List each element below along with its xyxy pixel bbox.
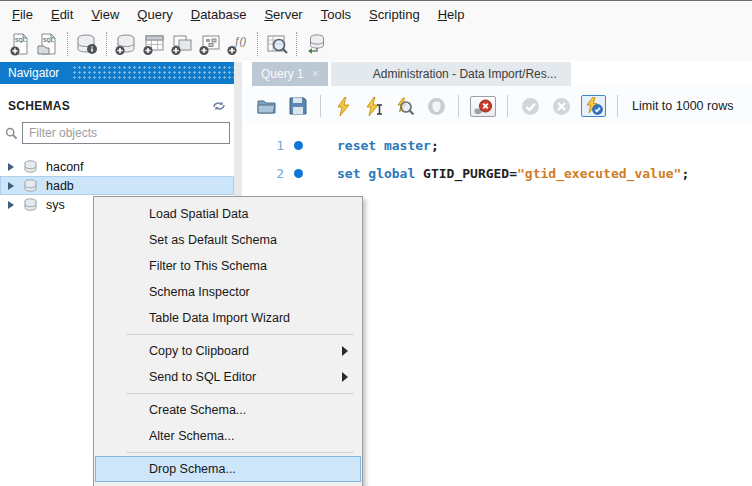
explain-plan-icon[interactable]	[394, 96, 416, 116]
menu-item-copy-to-clipboard[interactable]: Copy to Clipboard	[95, 338, 361, 364]
menu-scripting[interactable]: Scripting	[360, 3, 429, 26]
open-script-icon[interactable]	[256, 96, 278, 116]
schemas-title: SCHEMAS	[8, 99, 212, 113]
database-icon	[23, 179, 38, 192]
toolbar-separator	[106, 32, 107, 56]
search-table-data-icon[interactable]	[263, 31, 291, 57]
schema-item-hadb[interactable]: hadb	[0, 176, 234, 195]
schema-name: hadb	[46, 179, 74, 193]
sql-statement: reset master;	[337, 138, 439, 153]
svg-text:ƒ(): ƒ()	[234, 36, 246, 47]
search-icon	[5, 127, 18, 140]
autocommit-toggle[interactable]	[581, 95, 606, 117]
new-sql-tab-icon[interactable]: SQL	[6, 31, 34, 57]
save-script-icon[interactable]	[287, 96, 309, 116]
navigator-header[interactable]: Navigator	[0, 62, 234, 84]
create-new-schema-icon[interactable]	[112, 31, 140, 57]
editor-toolbar: Limit to 1000 rows	[242, 86, 752, 126]
svg-text:SQL: SQL	[15, 37, 27, 43]
database-icon	[23, 160, 38, 173]
tab-administration[interactable]: Administration - Data Import/Res...	[331, 62, 571, 86]
create-new-view-icon[interactable]	[168, 31, 196, 57]
menu-item-set-as-default-schema[interactable]: Set as Default Schema	[95, 227, 361, 253]
menu-database[interactable]: Database	[182, 3, 256, 26]
code-line-1: 1 reset master;	[242, 131, 752, 159]
svg-text:SQL: SQL	[43, 37, 55, 43]
execute-current-statement-icon[interactable]	[363, 96, 385, 116]
menu-bar: File Edit View Query Database Server Too…	[0, 0, 752, 27]
menu-query[interactable]: Query	[128, 3, 181, 26]
reconnect-database-icon[interactable]	[302, 31, 330, 57]
code-line-2: 2 set global GTID_PURGED="gtid_executed_…	[242, 159, 752, 187]
tab-query-1[interactable]: Query 1 ×	[252, 62, 328, 86]
refresh-schemas-icon[interactable]	[212, 100, 226, 112]
schema-name: haconf	[46, 160, 84, 174]
submenu-arrow-icon	[342, 346, 348, 356]
close-icon[interactable]: ×	[312, 67, 319, 81]
schema-context-menu: Load Spatial Data Set as Default Schema …	[93, 196, 363, 486]
commit-transaction-icon[interactable]	[519, 96, 541, 116]
toolbar-separator	[320, 95, 321, 117]
menu-item-alter-schema[interactable]: Alter Schema...	[95, 423, 361, 449]
open-sql-script-icon[interactable]: SQL	[34, 31, 62, 57]
sql-statement: set global GTID_PURGED="gtid_executed_va…	[337, 166, 689, 181]
toolbar-separator	[296, 32, 297, 56]
execute-statements-icon[interactable]	[332, 96, 354, 116]
menu-tools[interactable]: Tools	[312, 3, 360, 26]
toolbar-separator	[507, 95, 508, 117]
tab-label: Administration - Data Import/Res...	[373, 67, 557, 81]
menu-separator	[126, 393, 354, 394]
menu-item-load-spatial-data[interactable]: Load Spatial Data	[95, 201, 361, 227]
toolbar-separator	[458, 95, 459, 117]
create-new-table-icon[interactable]	[140, 31, 168, 57]
tab-label: Query 1	[261, 67, 304, 81]
menu-help[interactable]: Help	[429, 3, 474, 26]
schema-item-haconf[interactable]: haconf	[0, 157, 234, 176]
line-number: 2	[242, 166, 284, 181]
chevron-right-icon[interactable]	[8, 201, 14, 209]
chevron-right-icon[interactable]	[8, 182, 14, 190]
schemas-section-header: SCHEMAS	[0, 96, 234, 116]
menu-edit[interactable]: Edit	[42, 3, 82, 26]
menu-file[interactable]: File	[3, 3, 42, 26]
menu-server[interactable]: Server	[255, 3, 311, 26]
create-new-stored-procedure-icon[interactable]	[196, 31, 224, 57]
menu-separator	[126, 452, 354, 453]
menu-separator	[126, 334, 354, 335]
toolbar-separator	[617, 95, 618, 117]
filter-row	[0, 122, 234, 144]
schema-name: sys	[46, 198, 65, 212]
database-icon	[23, 198, 38, 211]
toolbar-separator	[257, 32, 258, 56]
statement-marker-icon	[294, 169, 303, 178]
toolbar-separator	[67, 32, 68, 56]
stop-on-error-toggle[interactable]	[470, 96, 496, 117]
schema-inspector-icon[interactable]	[73, 31, 101, 57]
navigator-header-pattern	[72, 65, 234, 81]
filter-objects-input[interactable]	[22, 122, 230, 144]
line-number: 1	[242, 138, 284, 153]
menu-item-table-data-import-wizard[interactable]: Table Data Import Wizard	[95, 305, 361, 331]
menu-view[interactable]: View	[82, 3, 128, 26]
chevron-right-icon[interactable]	[8, 163, 14, 171]
mysql-workbench-window: File Edit View Query Database Server Too…	[0, 0, 752, 486]
stop-query-icon[interactable]	[425, 96, 447, 116]
limit-rows-dropdown[interactable]: Limit to 1000 rows	[632, 99, 733, 113]
statement-marker-icon	[294, 141, 303, 150]
create-new-function-icon[interactable]: ƒ()	[224, 31, 252, 57]
menu-item-send-to-sql-editor[interactable]: Send to SQL Editor	[95, 364, 361, 390]
menu-item-filter-to-this-schema[interactable]: Filter to This Schema	[95, 253, 361, 279]
main-toolbar: SQL SQL	[0, 27, 752, 61]
menu-item-create-schema[interactable]: Create Schema...	[95, 397, 361, 423]
submenu-arrow-icon	[342, 372, 348, 382]
menu-item-drop-schema[interactable]: Drop Schema...	[95, 456, 361, 482]
editor-tabstrip: Query 1 × Administration - Data Import/R…	[242, 62, 752, 86]
menu-item-schema-inspector[interactable]: Schema Inspector	[95, 279, 361, 305]
navigator-title: Navigator	[8, 66, 59, 80]
rollback-transaction-icon[interactable]	[550, 96, 572, 116]
